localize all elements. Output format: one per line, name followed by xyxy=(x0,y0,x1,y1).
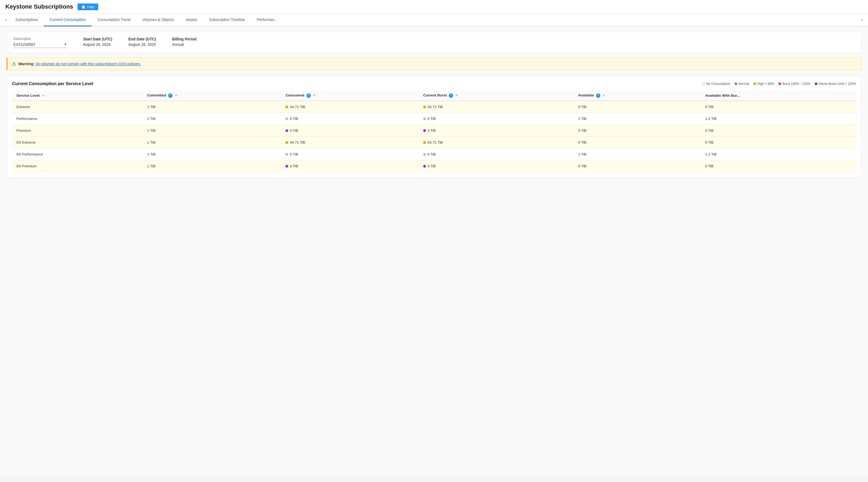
consumed-dot-extreme xyxy=(285,106,288,108)
app-header: Keystone Subscriptions 📋 Help xyxy=(0,0,868,14)
cell-available-with-burst-premium: 0 TiB xyxy=(701,125,856,137)
legend-label-normal: Normal xyxy=(739,82,749,86)
cell-available-extreme: 0 TiB xyxy=(574,101,701,113)
table-row: DII Extreme1 TiB44.71 TiB43.71 TiB0 TiB0… xyxy=(12,137,856,148)
cell-available-with-burst-performance: 1.2 TiB xyxy=(701,113,856,125)
warning-link[interactable]: 34 volumes do not comply with this subsc… xyxy=(35,62,141,66)
sort-icon-consumed[interactable]: ≡ xyxy=(313,93,315,97)
tab-performance[interactable]: Performan... xyxy=(251,14,283,26)
cell-committed-dii-performance: 1 TiB xyxy=(143,148,281,160)
cell-available-premium: 0 TiB xyxy=(574,125,701,137)
legend-high: High > 80% xyxy=(753,82,774,86)
subscription-field: Subscription XXX1234567 ▼ xyxy=(13,37,67,48)
current-burst-dot-dii-premium xyxy=(423,165,426,168)
end-date-label: End Date (UTC) xyxy=(128,37,156,41)
info-icon-available[interactable]: i xyxy=(596,93,600,98)
table-body: Extreme1 TiB44.71 TiB43.71 TiB0 TiB0 TiB… xyxy=(12,101,856,172)
tab-current-consumption[interactable]: Current Consumption xyxy=(44,14,91,26)
cell-committed-performance: 1 TiB xyxy=(143,113,281,125)
cell-current-burst-dii-performance: 0 TiB xyxy=(419,148,574,160)
cell-consumed-dii-extreme: 44.71 TiB xyxy=(281,137,419,148)
info-icon-current-burst[interactable]: i xyxy=(449,93,453,98)
legend-above-burst: Above Burst Limit > 120% xyxy=(815,82,856,86)
current-burst-dot-premium xyxy=(423,129,426,132)
page-title: Keystone Subscriptions xyxy=(5,3,73,10)
end-date-field: End Date (UTC) August 26, 2025 xyxy=(128,37,156,47)
col-header-available: Available i ≡ xyxy=(574,90,701,101)
cell-service-level-dii-performance: DII Performance xyxy=(12,148,143,160)
section-title: Current Consumption per Service Level xyxy=(12,81,93,86)
consumption-card: Current Consumption per Service Level No… xyxy=(6,76,862,178)
consumed-dot-dii-premium xyxy=(285,165,288,168)
consumed-dot-dii-extreme xyxy=(285,141,288,144)
billing-period-field: Billing Period Annual xyxy=(172,37,196,47)
table-row: Extreme1 TiB44.71 TiB43.71 TiB0 TiB0 TiB xyxy=(12,101,856,113)
current-burst-dot-dii-extreme xyxy=(423,141,426,144)
subscription-select[interactable]: XXX1234567 ▼ xyxy=(13,42,67,48)
table-row: DII Performance1 TiB0 TiB0 TiB1 TiB1.2 T… xyxy=(12,148,856,160)
help-icon: 📋 xyxy=(81,5,86,9)
legend-no-consumption: No Consumption xyxy=(702,82,730,86)
legend-dot-none xyxy=(702,82,705,85)
cell-current-burst-premium: 3 TiB xyxy=(419,125,574,137)
start-date-label: Start Date (UTC) xyxy=(83,37,112,41)
legend-label-high: High > 80% xyxy=(757,82,774,86)
cell-consumed-performance: 0 TiB xyxy=(281,113,419,125)
cell-committed-dii-extreme: 1 TiB xyxy=(143,137,281,148)
cell-service-level-performance: Performance xyxy=(12,113,143,125)
nav-right-arrow[interactable]: › xyxy=(859,16,865,25)
cell-available-dii-premium: 0 TiB xyxy=(574,160,701,172)
legend-dot-normal xyxy=(735,82,737,85)
legend: No Consumption Normal High > 80% Burst 1… xyxy=(702,82,856,86)
cell-consumed-premium: 4 TiB xyxy=(281,125,419,137)
table-header-row: Service Level ≡ Committed i ≡ Consumed i… xyxy=(12,90,856,101)
current-burst-dot-performance xyxy=(423,117,426,120)
tab-subscription-timeline[interactable]: Subscription Timeline xyxy=(203,14,251,26)
subscription-value: XXX1234567 xyxy=(13,42,35,47)
end-date-value: August 26, 2025 xyxy=(128,42,156,47)
help-button[interactable]: 📋 Help xyxy=(78,3,98,10)
warning-icon: ⚠ xyxy=(12,61,16,67)
warning-text: Warning: 34 volumes do not comply with t… xyxy=(18,62,141,66)
legend-dot-burst xyxy=(778,82,781,85)
nav-tabs: ‹ Subscriptions Current Consumption Cons… xyxy=(0,14,868,26)
consumed-dot-performance xyxy=(285,117,288,120)
sort-icon-current-burst[interactable]: ≡ xyxy=(456,93,458,97)
table-wrapper: Service Level ≡ Committed i ≡ Consumed i… xyxy=(12,90,856,172)
section-header: Current Consumption per Service Level No… xyxy=(12,81,856,86)
info-icon-consumed[interactable]: i xyxy=(307,93,311,98)
cell-available-dii-performance: 1 TiB xyxy=(574,148,701,160)
consumption-table: Service Level ≡ Committed i ≡ Consumed i… xyxy=(12,90,856,172)
table-row: DII Premium1 TiB4 TiB3 TiB0 TiB0 TiB xyxy=(12,160,856,172)
col-header-consumed: Consumed i ≡ xyxy=(281,90,419,101)
cell-service-level-extreme: Extreme xyxy=(12,101,143,113)
legend-normal: Normal xyxy=(735,82,749,86)
sort-icon-committed[interactable]: ≡ xyxy=(175,93,177,97)
date-group: Start Date (UTC) August 26, 2024 End Dat… xyxy=(83,37,196,47)
col-header-available-with-burst: Available With Bur... xyxy=(701,90,856,101)
billing-period-value: Annual xyxy=(172,42,196,47)
sort-icon-available[interactable]: ≡ xyxy=(603,93,605,97)
cell-consumed-extreme: 44.71 TiB xyxy=(281,101,419,113)
table-row: Premium1 TiB4 TiB3 TiB0 TiB0 TiB xyxy=(12,125,856,137)
tab-volumes-objects[interactable]: Volumes & Objects xyxy=(136,14,180,26)
warning-banner: ⚠ Warning: 34 volumes do not comply with… xyxy=(6,57,862,70)
billing-period-label: Billing Period xyxy=(172,37,196,41)
cell-current-burst-performance: 0 TiB xyxy=(419,113,574,125)
legend-dot-high xyxy=(753,82,756,85)
tab-subscriptions[interactable]: Subscriptions xyxy=(9,14,44,26)
tab-assets[interactable]: Assets xyxy=(180,14,203,26)
cell-service-level-dii-extreme: DII Extreme xyxy=(12,137,143,148)
cell-consumed-dii-premium: 4 TiB xyxy=(281,160,419,172)
legend-burst: Burst 100% - 120% xyxy=(778,82,810,86)
tab-consumption-trend[interactable]: Consumption Trend xyxy=(91,14,136,26)
cell-available-dii-extreme: 0 TiB xyxy=(574,137,701,148)
start-date-value: August 26, 2024 xyxy=(83,42,112,47)
cell-current-burst-dii-extreme: 43.71 TiB xyxy=(419,137,574,148)
current-burst-dot-dii-performance xyxy=(423,153,426,156)
info-icon-committed[interactable]: i xyxy=(168,93,173,98)
sort-icon-service-level[interactable]: ≡ xyxy=(42,93,44,97)
cell-committed-premium: 1 TiB xyxy=(143,125,281,137)
nav-left-arrow[interactable]: ‹ xyxy=(3,16,9,25)
cell-current-burst-dii-premium: 3 TiB xyxy=(419,160,574,172)
